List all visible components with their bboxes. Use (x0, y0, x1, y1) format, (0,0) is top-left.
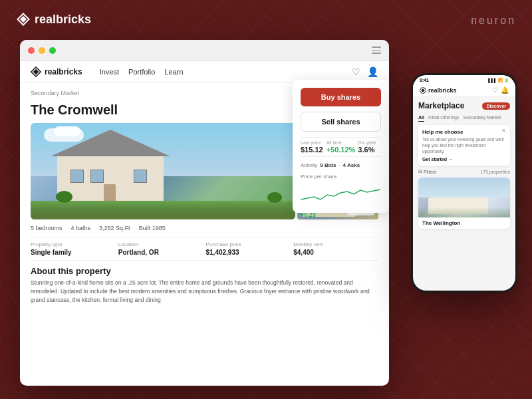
all-time-cell: All time +50.12% (327, 140, 356, 154)
all-time-value: +50.12% (327, 146, 356, 154)
bedrooms: 5 bedrooms (31, 225, 63, 231)
location-value: Portland, OR (118, 249, 203, 256)
price-per-share-label: Price per share (301, 174, 381, 180)
price-change-value: +0.23 (301, 211, 316, 218)
mobile-property-card[interactable]: Trending The Wellington (418, 178, 510, 229)
nav-links: Invest Portfolio Learn (100, 68, 184, 76)
brand-name-top: realbricks (35, 13, 91, 27)
minimize-dot[interactable] (39, 47, 45, 54)
mobile-heart-icon[interactable]: ♡ (492, 86, 498, 94)
tab-secondary-market[interactable]: Secondary Market (464, 114, 501, 122)
neuron-brand: neuron (471, 15, 516, 27)
marketplace-header: Marketplace Discover (418, 101, 510, 110)
help-text: Tell us about your investing goals and w… (422, 136, 506, 154)
signal-icon: ▌▌▌ (488, 78, 497, 82)
close-dot[interactable] (28, 47, 35, 54)
nav-brand-name: realbricks (45, 67, 82, 76)
top-brand-bar: realbricks (16, 12, 91, 27)
property-info-grid: Property type Single family Location Por… (31, 237, 378, 261)
svg-rect-3 (33, 69, 39, 74)
realbricks-logo-icon (16, 12, 31, 27)
nav-actions: ♡ 👤 (352, 66, 378, 77)
bids-count: 9 Bids (320, 162, 336, 168)
div-yield-value: 3.6% (358, 146, 381, 154)
mobile-time: 9:41 (420, 78, 429, 82)
help-card: ✕ Help me choose Tell us about your inve… (418, 125, 510, 166)
mobile-property-image: Trending (418, 178, 510, 217)
get-started-label: Get started (422, 157, 447, 162)
nav-logo[interactable]: realbricks (31, 66, 82, 77)
user-icon[interactable]: 👤 (367, 66, 378, 77)
nav-portfolio[interactable]: Portfolio (128, 68, 155, 76)
nav-learn[interactable]: Learn (164, 68, 183, 76)
mobile-property-name: The Wellington (422, 220, 506, 226)
built: Built 1985 (136, 225, 166, 231)
sell-shares-button[interactable]: Sell shares (301, 112, 381, 132)
last-price-label: Last price (301, 140, 324, 145)
buy-shares-button[interactable]: Buy shares (301, 88, 381, 106)
svg-rect-1 (20, 16, 27, 23)
about-title: About this property (31, 266, 378, 276)
monthly-rent-label: Monthly rent (293, 241, 378, 247)
filters-row: ⊟ Filters 173 properties (418, 169, 510, 174)
mobile-screen: 9:41 ▌▌▌ 📶 🔋 realbricks ♡ 🔔 (413, 75, 515, 291)
monthly-rent-cell: Monthly rent $4,400 (293, 241, 378, 256)
all-time-label: All time (327, 140, 356, 145)
mobile-property-info: The Wellington (418, 217, 510, 229)
discover-badge[interactable]: Discover (482, 102, 510, 110)
about-section: About this property Stunning one-of-a-ki… (31, 266, 378, 304)
menu-icon[interactable] (372, 47, 381, 54)
baths: 4 baths (68, 225, 91, 231)
div-yield-label: Div yield (358, 140, 381, 145)
mobile-mockup: 9:41 ▌▌▌ 📶 🔋 realbricks ♡ 🔔 (411, 73, 517, 293)
property-type-label: Property type (31, 241, 116, 247)
heart-icon[interactable]: ♡ (352, 66, 360, 77)
property-count: 173 properties (480, 170, 510, 174)
sqft: 3,282 Sq.Ft (96, 225, 130, 231)
browser-chrome (20, 40, 389, 61)
price-chart: +0.23 (301, 185, 381, 205)
last-price-cell: Last price $15.12 (301, 140, 324, 154)
wifi-icon: 📶 (498, 78, 503, 82)
mobile-nav-brand: realbricks (420, 87, 457, 94)
help-title: Help me choose (422, 129, 506, 135)
mobile-nav: realbricks ♡ 🔔 (413, 84, 515, 97)
location-cell: Location Portland, OR (118, 241, 203, 256)
get-started-button[interactable]: Get started → (422, 157, 506, 162)
mobile-content: Marketplace Discover All Initial Offerin… (413, 97, 515, 291)
location-label: Location (118, 241, 203, 247)
asks-count: 4 Asks (343, 162, 360, 168)
nav-invest[interactable]: Invest (100, 68, 119, 76)
filters-label: Filters (424, 170, 436, 174)
property-details-strip: 5 bedrooms 4 baths 3,282 Sq.Ft Built 198… (31, 225, 378, 231)
tab-all[interactable]: All (418, 114, 424, 122)
page-title: The Cromwell (31, 102, 118, 118)
mobile-nav-icons: ♡ 🔔 (492, 86, 509, 94)
property-type-value: Single family (31, 249, 116, 256)
main-property-photo[interactable] (31, 123, 295, 219)
about-text: Stunning one-of-a-kind home sits on a .2… (31, 279, 378, 304)
close-button[interactable]: ✕ (501, 128, 506, 134)
maximize-dot[interactable] (49, 47, 56, 54)
trading-stats: Last price $15.12 All time +50.12% Div y… (301, 137, 381, 157)
monthly-rent-value: $4,400 (293, 249, 378, 256)
mobile-logo-icon (420, 87, 426, 94)
filter-icon: ⊟ (418, 169, 422, 174)
mobile-tabs: All Initial Offerings Secondary Market (418, 114, 510, 122)
mobile-status-icons: ▌▌▌ 📶 🔋 (488, 78, 509, 82)
tab-initial-offerings[interactable]: Initial Offerings (428, 114, 460, 122)
svg-rect-5 (421, 88, 425, 92)
property-type-cell: Property type Single family (31, 241, 116, 256)
activity-label: Activity (301, 162, 317, 168)
mobile-bell-icon[interactable]: 🔔 (501, 86, 509, 94)
battery-icon: 🔋 (504, 78, 509, 82)
nav-logo-icon (31, 66, 41, 77)
mobile-brand-name: realbricks (428, 87, 457, 94)
activity-row: Activity 9 Bids · 4 Asks (301, 162, 381, 168)
asks-separator: · (338, 162, 340, 168)
last-price-value: $15.12 (301, 146, 324, 154)
marketplace-title: Marketplace (418, 101, 464, 110)
filters-button[interactable]: ⊟ Filters (418, 169, 436, 174)
trading-panel: Buy shares Sell shares Last price $15.12… (293, 80, 389, 213)
div-yield-cell: Div yield 3.6% (358, 140, 381, 154)
